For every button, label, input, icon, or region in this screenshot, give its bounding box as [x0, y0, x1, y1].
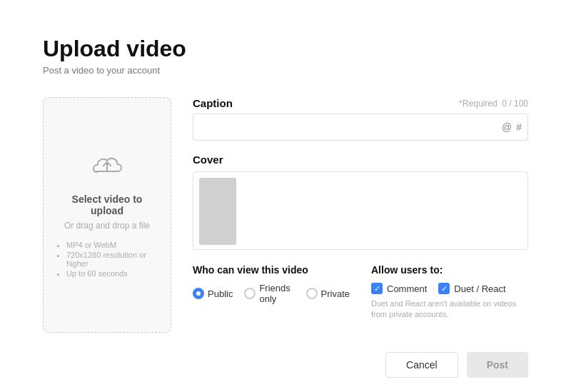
upload-main-text: Select video to upload [55, 194, 159, 216]
checkbox-comment-label: Comment [387, 283, 427, 294]
form-panel: Caption *Required 0 / 100 @ # Cover [193, 97, 528, 328]
cover-label: Cover [193, 154, 528, 166]
radio-group: Public Friends only Private [193, 283, 350, 304]
upload-requirements: MP4 or WebM 720x1280 resolution or highe… [55, 241, 159, 279]
radio-private-label: Private [321, 288, 350, 299]
requirement-item: Up to 60 seconds [66, 269, 159, 278]
upload-icon [91, 151, 123, 185]
who-can-view-group: Who can view this video Public Friends o… [193, 264, 350, 321]
checkbox-comment[interactable]: Comment [371, 283, 427, 294]
checkbox-duet-label: Duet / React [454, 283, 505, 294]
allow-users-title: Allow users to: [371, 264, 528, 276]
hash-icon[interactable]: # [516, 121, 522, 133]
who-can-view-title: Who can view this video [193, 264, 350, 276]
caption-label: Caption [193, 97, 233, 109]
caption-required-info: *Required 0 / 100 [459, 99, 528, 109]
cancel-button[interactable]: Cancel [385, 352, 458, 378]
requirement-item: 720x1280 resolution or higher [66, 251, 159, 268]
upload-area[interactable]: Select video to upload Or drag and drop … [43, 97, 171, 333]
caption-icons: @ # [502, 121, 522, 133]
caption-field-header: Caption *Required 0 / 100 [193, 97, 528, 109]
radio-public-label: Public [208, 288, 233, 299]
at-icon[interactable]: @ [502, 121, 512, 133]
radio-private-input[interactable] [306, 288, 318, 299]
checkbox-comment-input[interactable] [371, 283, 383, 294]
radio-private[interactable]: Private [306, 288, 350, 299]
cover-thumbnail [199, 178, 236, 245]
radio-public[interactable]: Public [193, 288, 233, 299]
caption-input[interactable] [201, 121, 499, 133]
post-button[interactable]: Post [467, 352, 528, 378]
radio-friends-input[interactable] [244, 288, 256, 299]
upload-or-text: Or drag and drop a file [64, 221, 150, 231]
options-row: Who can view this video Public Friends o… [193, 264, 528, 321]
caption-input-wrap[interactable]: @ # [193, 114, 528, 141]
radio-friends[interactable]: Friends only [244, 283, 294, 304]
page-subtitle: Post a video to your account [43, 65, 528, 76]
checkbox-duet-input[interactable] [438, 283, 450, 294]
checkbox-group: Comment Duet / React [371, 283, 528, 294]
privacy-note: Duet and React aren't available on video… [371, 298, 528, 321]
allow-users-group: Allow users to: Comment Duet / React Due… [371, 264, 528, 321]
page-title: Upload video [43, 36, 528, 62]
checkbox-duet[interactable]: Duet / React [438, 283, 505, 294]
radio-friends-label: Friends only [259, 283, 294, 304]
requirement-item: MP4 or WebM [66, 241, 159, 249]
cover-area[interactable] [193, 171, 528, 250]
radio-public-input[interactable] [193, 288, 204, 299]
footer-buttons: Cancel Post [385, 352, 528, 378]
